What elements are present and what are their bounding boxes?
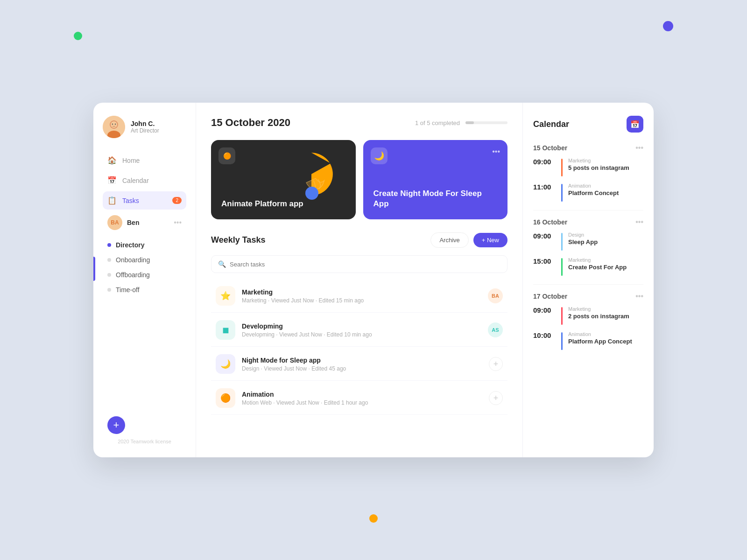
event-info: Marketing Create Post For App <box>568 257 627 271</box>
calendar-header: Calendar 📅 <box>533 116 643 133</box>
sidebar-item-home[interactable]: 🏠 Home <box>103 151 186 169</box>
task-add-button[interactable]: + <box>489 357 503 371</box>
user-info: John C. Art Director <box>131 120 159 134</box>
event-category: Marketing <box>568 306 629 312</box>
decor-dot-purple <box>663 21 673 31</box>
task-info: Animation Motion Web · Viewed Just Now ·… <box>242 391 482 406</box>
sidebar-item-timeoff[interactable]: Time-off <box>103 282 186 297</box>
task-meta: Motion Web · Viewed Just Now · Edited 1 … <box>242 399 482 406</box>
task-icon: 🌙 <box>216 354 235 374</box>
progress-bar-fill <box>465 121 474 124</box>
date-label-text: 16 October <box>533 218 567 226</box>
calendar-event: 10:00 Animation Platform App Concept <box>533 331 643 350</box>
sidebar-item-offboarding[interactable]: Offboarding <box>103 267 186 282</box>
event-category: Marketing <box>568 158 629 163</box>
table-row: 🌙 Night Mode for Sleep app Design · View… <box>211 348 507 381</box>
main-content: 15 October 2020 1 of 5 completed <box>196 103 523 457</box>
calendar-event: 09:00 Marketing 2 posts on instagram <box>533 306 643 325</box>
event-category: Animation <box>568 183 619 189</box>
event-time: 09:00 <box>533 306 556 314</box>
archive-button[interactable]: Archive <box>430 232 468 248</box>
main-header: 15 October 2020 1 of 5 completed <box>211 117 507 129</box>
directory-dot <box>107 243 111 247</box>
blue-dot <box>305 187 318 200</box>
svg-point-5 <box>115 124 116 125</box>
sidebar-active-indicator <box>93 257 95 281</box>
project-card-nightmode[interactable]: 🌙 ••• Create Night Mode For Sleep App <box>363 140 508 219</box>
team-avatar: BA <box>107 215 122 230</box>
weekly-tasks-header: Weekly Tasks Archive + New <box>211 232 507 248</box>
event-title: Create Post For App <box>568 264 627 271</box>
calendar-date-label: 16 October ••• <box>533 218 643 226</box>
sidebar-item-label: Onboarding <box>116 256 150 264</box>
task-info: Developming Developming · Viewed Just No… <box>242 322 481 338</box>
table-row: 🟠 Animation Motion Web · Viewed Just Now… <box>211 382 507 415</box>
calendar-divider <box>533 210 643 210</box>
svg-point-4 <box>112 124 113 125</box>
task-assignee[interactable]: BA <box>488 288 503 303</box>
card-more-button[interactable]: ••• <box>492 147 500 156</box>
event-info: Marketing 5 posts on instagram <box>568 158 629 171</box>
new-task-button[interactable]: + New <box>473 233 507 247</box>
sidebar: John C. Art Director 🏠 Home 📅 Calendar 📋… <box>93 103 196 457</box>
event-info: Design Sleep App <box>568 232 598 245</box>
calendar-date-more[interactable]: ••• <box>635 292 643 301</box>
calendar-divider <box>533 284 643 285</box>
task-name: Marketing <box>242 288 481 296</box>
event-bar <box>561 184 563 202</box>
task-info: Night Mode for Sleep app Design · Viewed… <box>242 357 482 372</box>
home-icon: 🏠 <box>107 156 117 165</box>
calendar-date-group-16: 16 October ••• 09:00 Design Sleep App 15… <box>533 218 643 276</box>
event-time: 11:00 <box>533 183 556 191</box>
task-meta: Design · Viewed Just Now · Edited 45 ago <box>242 365 482 372</box>
timeoff-dot <box>107 288 111 292</box>
calendar-event: 11:00 Animation Platform Concept <box>533 183 643 202</box>
event-category: Animation <box>568 331 632 337</box>
calendar-title: Calendar <box>533 119 569 129</box>
user-profile: John C. Art Director <box>103 116 186 138</box>
task-name: Developming <box>242 322 481 330</box>
event-title: Sleep App <box>568 238 598 245</box>
event-bar <box>561 159 563 176</box>
calendar-icon-button[interactable]: 📅 <box>627 116 643 133</box>
calendar-date-more[interactable]: ••• <box>635 144 643 152</box>
team-header: BA Ben ••• <box>103 211 186 234</box>
event-bar <box>561 233 563 251</box>
team-more-button[interactable]: ••• <box>174 218 182 227</box>
card-title: Animate Platform app <box>221 199 345 209</box>
event-info: Animation Platform App Concept <box>568 331 632 345</box>
task-name: Night Mode for Sleep app <box>242 357 482 364</box>
progress-bar-background <box>465 121 507 124</box>
task-add-button[interactable]: + <box>489 391 503 405</box>
user-name: John C. <box>131 120 159 127</box>
calendar-date-more[interactable]: ••• <box>635 218 643 226</box>
license-text: 2020 Teamwork license <box>103 439 186 444</box>
sidebar-item-tasks[interactable]: 📋 Tasks 2 <box>103 191 186 210</box>
project-card-animate[interactable]: 🟠 Animate Platform app <box>211 140 356 219</box>
tasks-icon: 📋 <box>107 196 117 205</box>
add-button[interactable]: + <box>107 416 125 434</box>
user-role: Art Director <box>131 127 159 134</box>
tasks-actions: Archive + New <box>430 232 507 248</box>
card-icon: 🟠 <box>218 147 235 164</box>
event-info: Marketing 2 posts on instagram <box>568 306 629 320</box>
svg-point-3 <box>111 121 117 128</box>
calendar-btn-icon: 📅 <box>630 120 640 129</box>
task-info: Marketing Marketing · Viewed Just Now · … <box>242 288 481 304</box>
new-task-label: + New <box>482 237 499 244</box>
project-cards: 🟠 Animate Platform app 🌙 ••• Create Nigh… <box>211 140 507 219</box>
search-icon: 🔍 <box>218 260 226 268</box>
task-assignee[interactable]: AS <box>488 322 503 337</box>
card-title: Create Night Mode For Sleep App <box>374 189 498 209</box>
sidebar-item-onboarding[interactable]: Onboarding <box>103 252 186 267</box>
calendar-icon: 📅 <box>107 176 117 185</box>
sidebar-item-label: Offboarding <box>116 271 150 279</box>
search-input[interactable] <box>230 261 500 268</box>
task-meta: Developming · Viewed Just Now · Edited 1… <box>242 331 481 338</box>
task-icon: 🟠 <box>216 388 235 408</box>
sidebar-item-calendar[interactable]: 📅 Calendar <box>103 171 186 189</box>
sidebar-item-directory[interactable]: Directory <box>103 238 186 252</box>
task-icon: ⭐ <box>216 286 235 306</box>
moon-icon: 🌙 <box>371 147 388 164</box>
calendar-date-group-15: 15 October ••• 09:00 Marketing 5 posts o… <box>533 144 643 202</box>
